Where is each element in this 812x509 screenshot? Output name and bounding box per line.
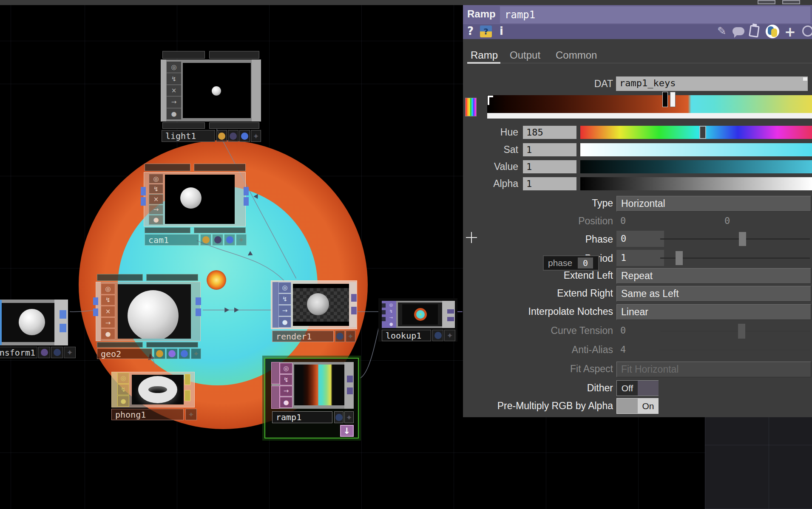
arrow-flag-icon[interactable]: →	[280, 386, 292, 397]
star-icon[interactable]: ✦	[253, 132, 259, 141]
ramp-key-black[interactable]	[662, 92, 668, 107]
dat-field[interactable]: ramp1_keys	[616, 76, 808, 91]
sat-bar[interactable]	[580, 143, 812, 156]
node-name-ramp1[interactable]: ramp1	[272, 411, 332, 423]
output-connector[interactable]	[60, 324, 66, 332]
python-logo-icon[interactable]	[766, 25, 779, 38]
node-name-light1[interactable]: light1	[162, 130, 215, 142]
star-icon[interactable]: ✦	[66, 348, 73, 357]
ramp-key-white[interactable]	[670, 92, 676, 107]
ramp-key-start[interactable]	[488, 96, 493, 105]
type-dropdown[interactable]: Horizontal	[616, 196, 811, 212]
tab-output[interactable]: Output	[510, 49, 540, 61]
premultiply-toggle[interactable]: On	[616, 398, 659, 414]
python-help-icon[interactable]: ?	[480, 25, 492, 37]
output-connector[interactable]	[447, 309, 454, 314]
palette-dot[interactable]	[218, 133, 225, 140]
hue-bar[interactable]	[580, 126, 812, 139]
star-icon[interactable]: ✦	[238, 235, 244, 244]
add-parameter-icon[interactable]: +	[784, 24, 796, 40]
arrow-flag-icon[interactable]: →	[149, 205, 163, 215]
output-connector[interactable]	[347, 376, 353, 382]
node-flags[interactable]: ◎ ↯ × → ●	[167, 62, 181, 119]
viewer-flag-icon[interactable]: ◎	[387, 302, 395, 308]
node-viewer[interactable]	[398, 303, 442, 326]
bomb-flag-icon[interactable]: ●	[149, 215, 163, 225]
viewer-flag-icon[interactable]: ◎	[280, 363, 292, 374]
node-name-geo2[interactable]: geo2	[97, 348, 152, 359]
arrow-flag-icon[interactable]: →	[167, 96, 181, 107]
input-connector[interactable]	[382, 310, 386, 314]
star-icon[interactable]: ✦	[446, 331, 453, 340]
input-connector[interactable]	[382, 317, 386, 321]
extend-left-dropdown[interactable]: Repeat	[616, 268, 811, 284]
extend-right-dropdown[interactable]: Same as Left	[616, 286, 811, 302]
output-connector[interactable]	[347, 387, 353, 394]
arrow-flag-icon[interactable]: →	[387, 315, 395, 321]
node-name-lookup1[interactable]: lookup1	[382, 330, 431, 341]
phase-field[interactable]: 0	[616, 231, 664, 247]
op-name-field[interactable]	[500, 6, 810, 23]
output-connector[interactable]	[351, 307, 357, 314]
viewer-flag-icon[interactable]: ◎	[101, 283, 115, 294]
viewer-flag-icon[interactable]: ◎	[117, 373, 129, 384]
period-field[interactable]: 1	[616, 250, 664, 266]
output-connector[interactable]	[185, 390, 190, 401]
node-viewer-ramp[interactable]	[294, 365, 344, 405]
input-connector[interactable]	[93, 308, 98, 316]
star-icon[interactable]: ✦	[193, 349, 199, 358]
node-flags[interactable]: ◎ ↯ → ●	[387, 302, 395, 327]
bypass-flag-icon[interactable]: ↯	[387, 308, 395, 314]
bomb-flag-icon[interactable]: ●	[167, 108, 181, 119]
output-connector[interactable]	[60, 310, 66, 319]
interpolate-dropdown[interactable]: Linear	[616, 304, 811, 320]
node-flags[interactable]: ◎ ↯ → ●	[280, 363, 292, 408]
close-flag-icon[interactable]: ×	[167, 85, 181, 96]
bypass-flag-icon[interactable]: ↯	[280, 374, 292, 385]
hue-slider-handle[interactable]	[699, 126, 706, 139]
node-name-transform1[interactable]: ansform1	[0, 347, 37, 358]
period-slider-handle[interactable]	[676, 251, 683, 265]
bypass-flag-icon[interactable]: ↯	[149, 184, 163, 194]
node-name-cam1[interactable]: cam1	[145, 234, 199, 246]
node-viewer[interactable]	[183, 63, 251, 118]
value-field[interactable]: 1	[523, 160, 576, 173]
node-viewer[interactable]	[293, 284, 349, 326]
alpha-field[interactable]: 1	[523, 177, 576, 190]
parameter-panel-ramp1[interactable]: Ramp ramp1 ? ? i ✎ + Ramp Output Common …	[463, 5, 812, 417]
op-name-value[interactable]: ramp1	[505, 9, 535, 21]
star-icon[interactable]: ✦	[347, 332, 354, 341]
sat-field[interactable]: 1	[523, 143, 576, 156]
close-flag-icon[interactable]: ×	[101, 306, 115, 317]
output-connector[interactable]	[351, 294, 357, 302]
node-viewer[interactable]	[165, 175, 235, 224]
output-connector[interactable]	[447, 317, 454, 321]
hue-field[interactable]: 185	[523, 126, 576, 139]
node-flags[interactable]: ◎ ↯ → ●	[278, 282, 291, 328]
node-viewer[interactable]	[0, 303, 54, 342]
output-connector[interactable]	[244, 187, 249, 195]
viewer-flag-icon[interactable]: ◎	[278, 282, 291, 293]
docked-arrow-button[interactable]: ↓	[340, 425, 354, 437]
phase-slider-track[interactable]	[660, 238, 810, 240]
bomb-flag-icon[interactable]: ●	[117, 396, 129, 407]
input-connector[interactable]	[141, 187, 146, 195]
bypass-flag-icon[interactable]: ↯	[167, 73, 181, 84]
star-icon[interactable]: ✦	[188, 410, 194, 419]
palette-dot[interactable]	[230, 133, 237, 140]
palette-dot[interactable]	[241, 133, 248, 140]
bypass-flag-icon[interactable]: ↯	[117, 384, 129, 395]
output-connector[interactable]	[196, 297, 201, 305]
node-flags[interactable]: ◎ ↯ × → ●	[149, 174, 163, 225]
arrow-flag-icon[interactable]: →	[101, 317, 115, 328]
bypass-flag-icon[interactable]: ↯	[278, 294, 291, 305]
viewer-flag-icon[interactable]: ◎	[167, 62, 181, 73]
tab-common[interactable]: Common	[556, 49, 597, 61]
ramp-alpha-strip[interactable]	[487, 113, 812, 119]
alpha-bar[interactable]	[580, 177, 812, 190]
output-connector[interactable]	[196, 308, 201, 316]
node-viewer[interactable]	[132, 375, 184, 404]
ramp-gradient-bar[interactable]	[487, 95, 812, 113]
bomb-flag-icon[interactable]: ●	[387, 321, 395, 327]
value-bar[interactable]	[580, 160, 812, 173]
